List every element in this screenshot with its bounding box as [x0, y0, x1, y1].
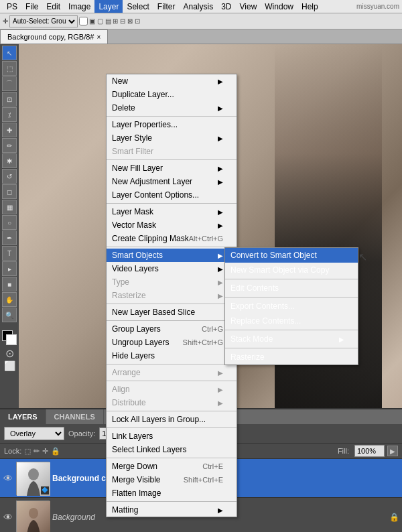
- menu-new[interactable]: New▶: [107, 74, 237, 88]
- lock-paint-icon[interactable]: ✏: [34, 447, 40, 456]
- menu-layer-mask[interactable]: Layer Mask▶: [107, 205, 237, 218]
- menu-new-adjustment-layer[interactable]: New Adjustment Layer▶: [107, 175, 237, 188]
- blend-mode-select[interactable]: Overlay: [4, 427, 64, 440]
- selection-tool[interactable]: ⬚: [2, 61, 17, 76]
- menu-distribute[interactable]: Distribute▶: [107, 396, 237, 409]
- thumb-svg-bg: [17, 501, 50, 533]
- history-tool[interactable]: ↺: [2, 169, 17, 184]
- fill-label: Fill:: [338, 447, 349, 455]
- eyedropper-tool[interactable]: ⁒: [2, 107, 17, 122]
- menu-smart-filter[interactable]: Smart Filter: [107, 145, 237, 158]
- lock-transparent-icon[interactable]: ⬚: [24, 447, 31, 456]
- submenu-edit-contents[interactable]: Edit Contents: [225, 281, 358, 295]
- submenu-rasterize[interactable]: Rasterize: [225, 350, 358, 364]
- move-tool[interactable]: ↖: [2, 46, 17, 60]
- menu-rasterize[interactable]: Rasterize▶: [107, 289, 237, 302]
- tab-close[interactable]: ×: [96, 34, 100, 41]
- auto-select-dropdown[interactable]: Auto-Select: Grou: [9, 15, 78, 27]
- menu-ungroup-layers[interactable]: Ungroup LayersShift+Ctrl+G: [107, 336, 237, 349]
- toolbar-icons-row: ▣ ▢ ▤ ⊞ ⊟ ⊠ ⊡: [89, 17, 140, 25]
- menu-merge-down[interactable]: Merge DownCtrl+E: [107, 460, 237, 473]
- menu-view[interactable]: View: [236, 0, 261, 13]
- svg-point-3: [29, 508, 38, 519]
- shape-tool[interactable]: ■: [2, 277, 17, 291]
- menu-select-linked-layers[interactable]: Select Linked Layers: [107, 443, 237, 456]
- menu-align[interactable]: Align▶: [107, 383, 237, 396]
- zoom-tool[interactable]: 🔍: [2, 308, 17, 322]
- menu-analysis[interactable]: Analysis: [179, 0, 217, 13]
- healing-tool[interactable]: ✚: [2, 123, 17, 137]
- layer-lock-badge-bg: 🔒: [389, 513, 399, 522]
- menu-link-layers[interactable]: Link Layers: [107, 429, 237, 443]
- lock-label: Lock:: [4, 447, 21, 455]
- menu-window[interactable]: Window: [261, 0, 297, 13]
- menu-hide-layers[interactable]: Hide Layers: [107, 349, 237, 362]
- screen-mode-tool[interactable]: ⬜: [4, 360, 15, 371]
- menu-merge-visible[interactable]: Merge VisibleShift+Ctrl+E: [107, 473, 237, 486]
- menu-arrange[interactable]: Arrange▶: [107, 366, 237, 379]
- sep1: [107, 116, 237, 117]
- show-transform-checkbox[interactable]: [79, 17, 88, 25]
- eye-icon-bg-copy[interactable]: 👁: [3, 473, 13, 484]
- dodge-tool[interactable]: ○: [2, 215, 17, 230]
- color-swatch[interactable]: [2, 330, 17, 345]
- menu-type[interactable]: Type▶: [107, 275, 237, 289]
- submenu-export-contents[interactable]: Export Contents...: [225, 299, 358, 314]
- menu-help[interactable]: Help: [297, 0, 322, 13]
- submenu-replace-contents[interactable]: Replace Contents...: [225, 314, 358, 328]
- menu-3d[interactable]: 3D: [217, 0, 235, 13]
- menu-vector-mask[interactable]: Vector Mask▶: [107, 218, 237, 232]
- fill-input[interactable]: [354, 445, 385, 457]
- submenu-stack-mode[interactable]: Stack Mode▶: [225, 332, 358, 346]
- fill-arrow-btn[interactable]: ▶: [387, 446, 398, 456]
- menu-video-layers[interactable]: Video Layers▶: [107, 262, 237, 275]
- menu-filter[interactable]: Filter: [153, 0, 180, 13]
- menu-edit[interactable]: Edit: [42, 0, 64, 13]
- menu-ps[interactable]: PS: [3, 0, 21, 13]
- toolbar: ✛ Auto-Select: Grou ▣ ▢ ▤ ⊞ ⊟ ⊠ ⊡: [0, 13, 402, 29]
- menu-layer-content-options[interactable]: Layer Content Options...: [107, 188, 237, 202]
- lock-position-icon[interactable]: ✛: [42, 447, 48, 456]
- gradient-tool[interactable]: ▦: [2, 200, 17, 214]
- menu-delete[interactable]: Delete▶: [107, 101, 237, 115]
- menu-smart-objects[interactable]: Smart Objects▶ Convert to Smart Object N…: [107, 249, 237, 262]
- menu-group-layers[interactable]: Group LayersCtrl+G: [107, 322, 237, 336]
- menu-flatten-image[interactable]: Flatten Image: [107, 486, 237, 500]
- menu-new-layer-based-slice[interactable]: New Layer Based Slice: [107, 306, 237, 319]
- menu-image[interactable]: Image: [64, 0, 94, 13]
- menu-layer-properties[interactable]: Layer Properties...: [107, 118, 237, 131]
- lock-all-icon[interactable]: 🔒: [51, 447, 60, 456]
- menu-new-fill-layer[interactable]: New Fill Layer▶: [107, 161, 237, 175]
- menu-duplicate-layer[interactable]: Duplicate Layer...: [107, 88, 237, 101]
- crop-tool[interactable]: ⊡: [2, 92, 17, 107]
- smart-object-badge: 🔷: [41, 486, 49, 494]
- eraser-tool[interactable]: ◻: [2, 184, 17, 199]
- document-tab[interactable]: Background copy, RGB/8# ×: [0, 29, 108, 44]
- tab-layers[interactable]: LAYERS: [0, 409, 46, 424]
- hand-tool[interactable]: ✋: [2, 292, 17, 307]
- opacity-label: Opacity:: [68, 429, 95, 438]
- menu-file[interactable]: File: [21, 0, 42, 13]
- lasso-tool[interactable]: ⌒: [2, 76, 17, 91]
- menu-matting[interactable]: Matting▶: [107, 503, 237, 517]
- brush-tool[interactable]: ✏: [2, 138, 17, 153]
- clone-tool[interactable]: ✱: [2, 153, 17, 168]
- sep6: [107, 320, 237, 321]
- path-selection-tool[interactable]: ▸: [2, 261, 17, 276]
- menu-layer-style[interactable]: Layer Style▶: [107, 131, 237, 145]
- tab-channels[interactable]: CHANNELS: [46, 409, 104, 424]
- quick-mask-tool[interactable]: ⊙: [5, 347, 14, 360]
- eye-icon-bg[interactable]: 👁: [3, 512, 13, 523]
- menu-create-clipping-mask[interactable]: Create Clipping MaskAlt+Ctrl+G: [107, 232, 237, 245]
- cursor-indicator: ↖: [358, 251, 367, 263]
- sep10: [107, 427, 237, 428]
- type-tool[interactable]: T: [2, 246, 17, 261]
- menu-layer[interactable]: Layer: [94, 0, 123, 13]
- sub-sep1: [225, 279, 358, 279]
- sep2: [107, 159, 237, 160]
- menu-select[interactable]: Select: [123, 0, 153, 13]
- pen-tool[interactable]: ✒: [2, 230, 17, 245]
- submenu-new-smart-object-via-copy[interactable]: New Smart Object via Copy: [225, 263, 358, 277]
- submenu-convert-to-smart-object[interactable]: Convert to Smart Object: [225, 248, 358, 263]
- menu-lock-all-layers[interactable]: Lock All Layers in Group...: [107, 413, 237, 426]
